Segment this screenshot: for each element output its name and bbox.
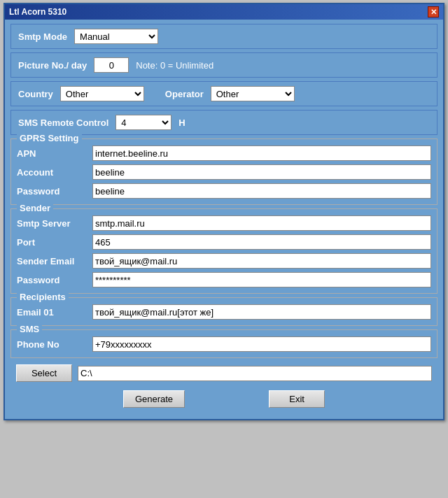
sms-remote-row: SMS Remote Control 4 H	[10, 110, 438, 135]
title-bar: Ltl Acorn 5310 ✕	[5, 4, 443, 20]
sender-smtp-input[interactable]	[92, 215, 431, 231]
sender-email-label: Sender Email	[17, 256, 87, 266]
sender-port-label: Port	[17, 237, 87, 248]
country-operator-row: Country Other Operator Other	[10, 81, 438, 106]
window-title: Ltl Acorn 5310	[9, 7, 66, 17]
gprs-apn-label: APN	[17, 148, 87, 159]
recipients-email01-label: Email 01	[17, 307, 87, 318]
recipients-legend: Recipients	[17, 292, 69, 302]
sms-group: SMS Phone No	[10, 329, 438, 358]
gprs-password-label: Password	[17, 186, 87, 197]
sms-phone-label: Phone No	[17, 339, 87, 350]
recipients-email01-input[interactable]	[92, 304, 431, 320]
sender-password-row: Password	[17, 272, 431, 287]
country-select[interactable]: Other	[60, 86, 144, 101]
gprs-group: GPRS Setting APN Account Password	[10, 138, 438, 205]
smtp-mode-row: Smtp Mode Manual	[10, 24, 438, 49]
picture-no-note: Note: 0 = Unlimited	[136, 60, 214, 71]
main-window: Ltl Acorn 5310 ✕ Smtp Mode Manual Pictur…	[4, 3, 444, 420]
gprs-password-row: Password	[17, 183, 431, 199]
sms-remote-select[interactable]: 4	[115, 115, 172, 130]
gprs-apn-input[interactable]	[92, 145, 431, 161]
gprs-account-input[interactable]	[92, 164, 431, 180]
sms-remote-unit: H	[178, 118, 185, 128]
bottom-buttons: Generate Exit	[10, 385, 438, 413]
smtp-mode-label: Smtp Mode	[18, 31, 67, 42]
gprs-account-label: Account	[17, 167, 87, 178]
gprs-password-input[interactable]	[92, 183, 431, 199]
path-input[interactable]	[78, 366, 432, 381]
country-label: Country	[18, 89, 53, 99]
close-button[interactable]: ✕	[428, 6, 439, 17]
sms-legend: SMS	[17, 324, 42, 334]
sms-phone-row: Phone No	[17, 336, 431, 352]
picture-no-row: Picture No./ day Note: 0 = Unlimited	[10, 52, 438, 78]
operator-select[interactable]: Other	[211, 86, 295, 101]
sms-remote-label: SMS Remote Control	[18, 118, 108, 128]
sender-email-row: Sender Email	[17, 253, 431, 269]
recipients-email01-row: Email 01	[17, 304, 431, 320]
operator-label: Operator	[165, 89, 204, 99]
sender-legend: Sender	[17, 203, 53, 213]
gprs-account-row: Account	[17, 164, 431, 180]
select-row: Select	[10, 362, 438, 385]
exit-button[interactable]: Exit	[269, 390, 325, 408]
sender-password-input[interactable]	[92, 272, 431, 287]
content-area: Smtp Mode Manual Picture No./ day Note: …	[5, 20, 443, 419]
sender-port-input[interactable]	[92, 234, 431, 250]
sender-email-input[interactable]	[92, 253, 431, 269]
sender-password-label: Password	[17, 275, 87, 285]
sender-smtp-label: Smtp Server	[17, 218, 87, 229]
select-button[interactable]: Select	[16, 364, 72, 382]
smtp-mode-select[interactable]: Manual	[74, 29, 158, 44]
sender-smtp-row: Smtp Server	[17, 215, 431, 231]
generate-button[interactable]: Generate	[123, 390, 185, 408]
sms-phone-input[interactable]	[92, 336, 431, 352]
sender-port-row: Port	[17, 234, 431, 250]
picture-no-label: Picture No./ day	[18, 60, 87, 71]
recipients-group: Recipients Email 01	[10, 297, 438, 326]
sender-group: Sender Smtp Server Port Sender Email Pas…	[10, 208, 438, 294]
picture-no-input[interactable]	[94, 57, 129, 73]
gprs-legend: GPRS Setting	[17, 133, 82, 143]
gprs-apn-row: APN	[17, 145, 431, 161]
